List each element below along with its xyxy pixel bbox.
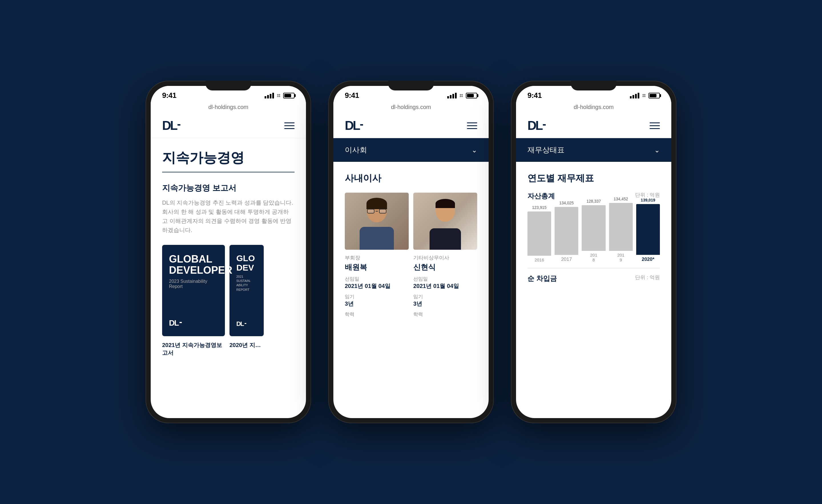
phone-1: 9:41 ⌗ dl-holdings.com xyxy=(145,81,311,423)
hamburger-line-3 xyxy=(284,128,295,129)
address-text-3: dl-holdings.com xyxy=(574,104,613,110)
chart-divider xyxy=(527,268,660,268)
dropdown-arrow-3: ⌄ xyxy=(654,146,660,154)
status-time-3: 9:41 xyxy=(527,91,542,100)
director-edu-1: 학력 xyxy=(345,311,409,318)
title-divider-1 xyxy=(162,172,295,172)
bar-value-2017: 134,025 xyxy=(559,200,574,205)
report-card-2[interactable]: GLODEV 2021SUSTAIN-ABILITYREPORT DL xyxy=(230,245,264,336)
dropdown-bar-3[interactable]: 재무상태표 ⌄ xyxy=(516,138,671,162)
logo-text-1b: L xyxy=(170,118,177,133)
address-bar-3: dl-holdings.com xyxy=(516,102,671,113)
hamburger-line-2b xyxy=(467,125,477,126)
financial-page: 재무상태표 ⌄ 연도별 재무제표 자산총계 단위 : 억원 xyxy=(516,138,671,296)
signal-icon-1 xyxy=(265,93,274,98)
report-label-1: 2021년 지속가능경영보고서 xyxy=(162,341,225,357)
address-bar-2: dl-holdings.com xyxy=(333,102,489,113)
hamburger-line-3a xyxy=(650,122,660,123)
director-name-1: 배원복 xyxy=(345,262,409,272)
bar-year-2016: 2016 xyxy=(534,258,544,262)
address-text-2: dl-holdings.com xyxy=(391,104,431,110)
hamburger-menu-1[interactable] xyxy=(284,122,295,129)
logo-text-2: D xyxy=(345,118,353,133)
dl-logo-1[interactable]: D L xyxy=(162,118,180,133)
report-card-title-1: GLOBALDEVELOPER xyxy=(169,254,218,276)
wifi-icon-2: ⌗ xyxy=(459,92,463,99)
dl-logo-3[interactable]: D L xyxy=(527,118,546,133)
financial-section-title: 연도별 재무제표 xyxy=(527,172,660,185)
logo-text-2b: L xyxy=(353,118,359,133)
phone-2: 9:41 ⌗ dl-holdings.com xyxy=(328,81,494,423)
status-time-1: 9:41 xyxy=(162,91,176,100)
director-photo-1 xyxy=(345,193,409,250)
address-text-1: dl-holdings.com xyxy=(209,104,248,110)
report-labels: 2021년 지속가능경영보고서 2020년 지속가능경영보고서 xyxy=(162,341,295,357)
status-time-2: 9:41 xyxy=(345,91,359,100)
director-info-1: 선임일 2021년 01월 04일 xyxy=(345,276,409,290)
subsection-title-2: 사내이사 xyxy=(345,172,477,185)
appointment-value-1: 2021년 01월 04일 xyxy=(345,282,409,290)
hamburger-menu-2[interactable] xyxy=(467,122,477,129)
report-label-2: 2020년 지속가능경영보고서 xyxy=(230,341,264,357)
battery-icon-2 xyxy=(466,93,477,98)
appointment-value-2: 2021년 01월 04일 xyxy=(413,282,477,290)
logo-dash-1 xyxy=(177,124,180,125)
report-card-1[interactable]: GLOBALDEVELOPER 2023 Sustainability Repo… xyxy=(162,245,225,336)
dropdown-label-2: 이사회 xyxy=(345,145,367,155)
report-card-year-1: 2023 Sustainability Report xyxy=(169,279,218,289)
bar-2016 xyxy=(527,211,551,256)
nav-bar-3: D L xyxy=(516,113,671,138)
director-edu-2: 학력 xyxy=(413,311,477,318)
screen-content-3: 재무상태표 ⌄ 연도별 재무제표 자산총계 단위 : 억원 xyxy=(516,138,671,418)
page-title-1: 지속가능경영 xyxy=(162,149,295,166)
wifi-icon-1: ⌗ xyxy=(277,92,280,99)
hamburger-line-3b xyxy=(650,125,660,126)
bar-group-2018: 128,337 2018 xyxy=(582,199,605,262)
hamburger-line-2 xyxy=(284,125,295,126)
bar-group-2019: 134,452 2019 xyxy=(609,197,633,262)
signal-icon-3 xyxy=(630,93,639,98)
chart-2-title: 순 차입금 xyxy=(527,274,557,283)
section-heading-1: 지속가능경영 보고서 xyxy=(162,183,295,193)
directors-grid: 부회장 배원복 선임일 2021년 01월 04일 임기 3년 xyxy=(345,193,477,318)
hamburger-line-2c xyxy=(467,128,477,129)
director-role-2: 기타비상무이사 xyxy=(413,254,477,261)
term-value-2: 3년 xyxy=(413,300,477,308)
bar-value-2019: 134,452 xyxy=(613,197,628,201)
director-name-2: 신현식 xyxy=(413,262,477,272)
dropdown-bar-2[interactable]: 이사회 ⌄ xyxy=(333,138,489,162)
director-role-1: 부회장 xyxy=(345,254,409,261)
hamburger-menu-3[interactable] xyxy=(650,122,660,129)
appointment-label-1: 선임일 xyxy=(345,276,409,282)
bar-2018 xyxy=(582,205,605,251)
sustainability-page: 지속가능경영 지속가능경영 보고서 DL의 지속가능경영 추진 노력과 성과를 … xyxy=(151,138,306,368)
chart-1-container: 자산총계 단위 : 억원 123,915 2016 xyxy=(527,191,660,262)
dl-logo-2[interactable]: D L xyxy=(345,118,363,133)
report-cards-container: GLOBALDEVELOPER 2023 Sustainability Repo… xyxy=(162,245,295,336)
logo-text-3: D xyxy=(527,118,535,133)
bar-year-2018: 2018 xyxy=(590,253,597,262)
financial-content: 연도별 재무제표 자산총계 단위 : 억원 123,91 xyxy=(516,162,671,296)
logo-text-1: D xyxy=(162,118,170,133)
nav-bar-1: D L xyxy=(151,113,306,138)
edu-label-1: 학력 xyxy=(345,311,409,318)
bar-2019 xyxy=(609,203,633,251)
director-card-1: 부회장 배원복 선임일 2021년 01월 04일 임기 3년 xyxy=(345,193,409,318)
appointment-label-2: 선임일 xyxy=(413,276,477,282)
phone-screen-2: 9:41 ⌗ dl-holdings.com xyxy=(333,86,489,418)
dropdown-label-3: 재무상태표 xyxy=(527,145,564,155)
chart-2-unit: 단위 : 억원 xyxy=(635,274,660,281)
logo-text-3b: L xyxy=(535,118,542,133)
hamburger-line-1 xyxy=(284,122,295,123)
logo-dash-3 xyxy=(543,124,546,125)
director-term-2: 임기 3년 xyxy=(413,294,477,308)
bar-value-2018: 128,337 xyxy=(586,199,601,203)
status-icons-1: ⌗ xyxy=(265,92,295,99)
dropdown-arrow-2: ⌄ xyxy=(471,146,477,154)
notch-2 xyxy=(388,86,434,90)
card-logo-1: DL xyxy=(169,319,218,328)
director-info-2: 선임일 2021년 01월 04일 xyxy=(413,276,477,290)
report-card-title-2: GLODEV xyxy=(236,254,257,272)
section-text-1: DL의 지속가능경영 추진 노력과 성과를 담았습니다. 회사의 한 해 성과 … xyxy=(162,198,295,234)
page-wrapper: 9:41 ⌗ dl-holdings.com xyxy=(145,81,677,423)
